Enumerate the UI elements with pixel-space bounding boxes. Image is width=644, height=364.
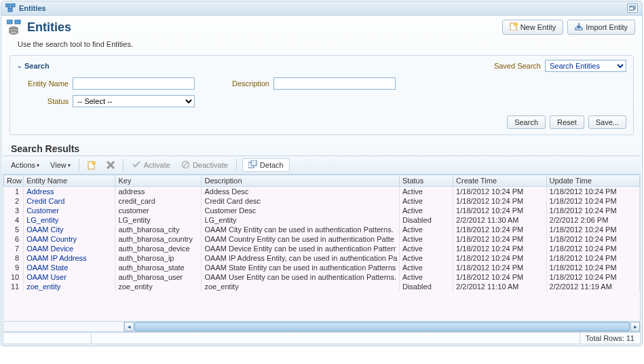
description-label: Description xyxy=(222,79,269,88)
import-entity-button[interactable]: Import Entity xyxy=(567,20,635,35)
search-button[interactable]: Search xyxy=(507,115,546,129)
svg-rect-7 xyxy=(7,20,12,24)
col-update[interactable]: Update Time xyxy=(546,175,639,187)
view-menu[interactable]: View▾ xyxy=(48,160,73,170)
caret-down-icon: ▾ xyxy=(68,162,71,168)
cell-desc: Credit Card desc xyxy=(202,196,400,206)
scroll-thumb[interactable] xyxy=(134,322,630,331)
col-name[interactable]: Entity Name xyxy=(24,175,115,187)
svg-rect-0 xyxy=(5,3,10,7)
cell-update: 1/18/2012 10:24 PM xyxy=(546,234,639,244)
cell-desc: Customer Desc xyxy=(202,206,400,215)
row-number: 4 xyxy=(4,215,24,225)
svg-rect-8 xyxy=(15,20,20,24)
cell-update: 1/18/2012 10:24 PM xyxy=(546,187,639,197)
cell-key: auth_bharosa_city xyxy=(115,225,202,234)
entity-name-link[interactable]: Customer xyxy=(24,206,115,215)
main-tab-label: Entities xyxy=(19,4,46,12)
row-number: 5 xyxy=(4,225,24,234)
create-icon-button[interactable] xyxy=(85,159,98,171)
cell-status: Active xyxy=(399,225,453,234)
entity-name-link[interactable]: OAAM City xyxy=(24,225,115,234)
cell-status: Active xyxy=(399,272,453,282)
table-row[interactable]: 1AddressaddressAddess DescActive1/18/201… xyxy=(4,187,640,197)
table-row[interactable]: 11zoe_entityzoe_entityzoe_entityDisabled… xyxy=(4,282,640,291)
entities-page-icon xyxy=(7,20,23,35)
table-row[interactable]: 2Credit Cardcredit_cardCredit Card descA… xyxy=(4,196,640,206)
results-table: Row Entity Name Key Description Status C… xyxy=(3,175,640,291)
entity-name-link[interactable]: OAAM IP Address xyxy=(24,253,115,263)
svg-rect-14 xyxy=(575,28,582,30)
col-status[interactable]: Status xyxy=(399,175,453,187)
entity-name-label: Entity Name xyxy=(21,79,69,88)
entity-name-link[interactable]: LG_entity xyxy=(24,215,115,225)
row-number: 2 xyxy=(4,196,24,206)
save-search-button[interactable]: Save... xyxy=(588,115,626,129)
col-key[interactable]: Key xyxy=(115,175,202,187)
svg-point-11 xyxy=(10,31,18,35)
entity-name-link[interactable]: OAAM Country xyxy=(24,234,115,244)
row-number: 1 xyxy=(4,187,24,197)
cell-status: Active xyxy=(399,187,453,197)
entity-name-link[interactable]: zoe_entity xyxy=(24,282,115,291)
cell-key: auth_bharosa_ip xyxy=(115,253,202,263)
entity-name-link[interactable]: Address xyxy=(24,187,115,197)
scroll-left-icon[interactable]: ◂ xyxy=(124,322,134,331)
table-row[interactable]: 9OAAM Stateauth_bharosa_stateOAAM State … xyxy=(4,263,640,272)
cell-update: 1/18/2012 10:24 PM xyxy=(546,263,639,272)
new-entity-button[interactable]: New Entity xyxy=(502,20,564,35)
cell-update: 1/18/2012 10:24 PM xyxy=(546,206,639,215)
import-icon xyxy=(575,22,583,32)
cell-desc: OAAM User Entity can be used in authenti… xyxy=(202,272,400,282)
cell-create: 1/18/2012 10:24 PM xyxy=(453,263,546,272)
helper-text: Use the search tool to find Entities. xyxy=(1,36,642,55)
row-number: 3 xyxy=(4,206,24,215)
restore-window-icon[interactable] xyxy=(627,3,638,13)
col-row[interactable]: Row xyxy=(4,175,24,187)
col-create[interactable]: Create Time xyxy=(453,175,546,187)
table-row[interactable]: 4LG_entityLG_entityLG_entityDisabled2/2/… xyxy=(4,215,640,225)
entity-name-link[interactable]: OAAM State xyxy=(24,263,115,272)
table-row[interactable]: 7OAAM Deviceauth_bharosa_deviceOAAM Devi… xyxy=(4,244,640,253)
row-number: 9 xyxy=(4,263,24,272)
cell-desc: OAAM City Entity can be used in authenti… xyxy=(202,225,400,234)
svg-rect-22 xyxy=(251,160,257,166)
delete-icon-button[interactable] xyxy=(104,159,117,171)
activate-button[interactable]: Activate xyxy=(129,159,173,171)
table-row[interactable]: 3CustomercustomerCustomer DescActive1/18… xyxy=(4,206,640,215)
cell-key: LG_entity xyxy=(115,215,202,225)
svg-rect-2 xyxy=(8,8,12,12)
total-rows: Total Rows: 11 xyxy=(580,333,640,344)
entity-name-link[interactable]: OAAM Device xyxy=(24,244,115,253)
search-disclosure[interactable]: ⌄ Search xyxy=(17,62,50,70)
main-tab-entities[interactable]: Entities xyxy=(5,3,46,13)
cell-desc: zoe_entity xyxy=(202,282,400,291)
deactivate-button[interactable]: Deactivate xyxy=(178,159,231,172)
entity-name-input[interactable] xyxy=(73,77,195,90)
cell-desc: OAAM Device Entity can be used in authen… xyxy=(202,244,400,253)
cell-key: auth_bharosa_device xyxy=(115,244,202,253)
table-row[interactable]: 10OAAM Userauth_bharosa_userOAAM User En… xyxy=(4,272,640,282)
detach-button[interactable]: Detach xyxy=(242,158,290,172)
cell-key: auth_bharosa_state xyxy=(115,263,202,272)
table-row[interactable]: 8OAAM IP Addressauth_bharosa_ipOAAM IP A… xyxy=(4,253,640,263)
caret-down-icon: ▾ xyxy=(37,162,39,168)
table-row[interactable]: 5OAAM Cityauth_bharosa_cityOAAM City Ent… xyxy=(4,225,640,234)
entity-name-link[interactable]: Credit Card xyxy=(24,196,115,206)
table-row[interactable]: 6OAAM Countryauth_bharosa_countryOAAM Co… xyxy=(4,234,640,244)
entity-name-link[interactable]: OAAM User xyxy=(24,272,115,282)
cell-create: 1/18/2012 10:24 PM xyxy=(453,206,546,215)
disclose-icon: ⌄ xyxy=(17,62,22,69)
status-select[interactable]: -- Select -- xyxy=(73,95,195,107)
scroll-right-icon[interactable]: ▸ xyxy=(630,322,640,331)
col-desc[interactable]: Description xyxy=(202,175,400,187)
cell-update: 2/2/2012 2:06 PM xyxy=(546,215,639,225)
description-input[interactable] xyxy=(273,77,396,90)
horizontal-scrollbar[interactable]: ◂ ▸ xyxy=(3,321,641,332)
reset-button[interactable]: Reset xyxy=(550,115,584,129)
actions-menu[interactable]: Actions▾ xyxy=(8,160,42,170)
cell-status: Disabled xyxy=(399,215,453,225)
saved-search-select[interactable]: Search Entities xyxy=(545,60,626,72)
cell-create: 1/18/2012 10:24 PM xyxy=(453,272,546,282)
search-results-title: Search Results xyxy=(11,143,642,154)
